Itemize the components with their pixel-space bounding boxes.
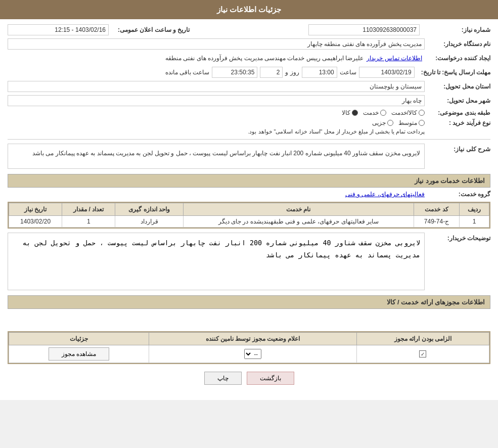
deadline-remaining: 23:50:35	[212, 67, 257, 78]
view-license-button[interactable]: مشاهده مجوز	[49, 347, 109, 361]
announce-date-value: 1403/02/16 - 12:15	[8, 24, 109, 35]
license-section-title: اطلاعات مجوزهای ارائه خدمت / کالا	[8, 295, 490, 309]
buyer-org-value: مدیریت پخش فرآورده های نفتی منطقه چابهار	[8, 38, 425, 50]
creator-row: اطلاعات تماس خریدار علیرضا ابراهیمی رییس…	[8, 53, 425, 64]
deadline-remaining-label: ساعت باقی مانده	[165, 69, 210, 76]
col-code: کد خدمت	[414, 203, 460, 216]
city-label: شهر محل تحویل:	[425, 97, 490, 104]
category-kala[interactable]: کالا	[342, 109, 358, 116]
service-group-value[interactable]: فعالیتهای حرفهای، علمی و فنی	[345, 191, 425, 198]
category-service[interactable]: خدمت	[363, 109, 386, 116]
category-kala-label: کالا	[342, 109, 350, 116]
buyer-desc-label: توضیحات خریدار:	[425, 233, 490, 242]
license-col-status: اعلام وضعیت مجوز توسط نامین کننده	[149, 332, 357, 345]
creator-value: علیرضا ابراهیمی رییس خدمات مهندسی مدیریت…	[165, 55, 364, 62]
deadline-date: 1403/02/19	[359, 67, 415, 78]
creator-label: ایجاد کننده درخواست:	[425, 55, 490, 62]
buttons-row: بازگشت چاپ	[8, 372, 490, 385]
process-medium-label: متوسط	[398, 119, 417, 126]
back-button[interactable]: بازگشت	[247, 372, 294, 385]
buyer-desc-textarea[interactable]	[8, 233, 425, 290]
services-table-row: 1 ج-74-749 سایر فعالیتهای حرفهای، علمی و…	[9, 216, 489, 228]
process-minor-label: جزیی	[372, 119, 386, 126]
col-unit: واحد اندازه گیری	[115, 203, 184, 216]
service-group-label: گروه خدمت:	[425, 191, 490, 198]
category-kala-radio	[352, 110, 358, 116]
cell-unit: قرارداد	[115, 216, 184, 228]
deadline-time: 13:00	[302, 67, 337, 78]
cell-name: سایر فعالیتهای حرفهای، علمی و فنی طبقهبن…	[183, 216, 414, 228]
services-section-title: اطلاعات خدمات مورد نیاز	[8, 174, 490, 188]
category-kala-service-radio	[419, 110, 425, 116]
creator-contact-link[interactable]: اطلاعات تماس خریدار	[367, 55, 422, 62]
cell-row: 1	[460, 216, 489, 228]
process-options: متوسط جزیی	[248, 119, 425, 126]
province-label: استان محل تحویل:	[425, 83, 490, 90]
category-service-radio	[380, 110, 386, 116]
process-label: نوع فرآیند خرید :	[425, 119, 490, 126]
col-row: ردیف	[460, 203, 489, 216]
deadline-time-label: ساعت	[340, 69, 356, 76]
city-value: چاه بهار	[8, 95, 425, 106]
col-qty: تعداد / مقدار	[62, 203, 115, 216]
category-kala-service-label: کالا/خدمت	[391, 109, 417, 116]
cell-code: ج-74-749	[414, 216, 460, 228]
cell-qty: 1	[62, 216, 115, 228]
deadline-days: 2	[260, 67, 283, 78]
license-col-details: جزئیات	[9, 332, 149, 345]
province-value: سیستان و بلوچستان	[8, 81, 425, 92]
need-number-label: شماره نیاز:	[425, 26, 490, 33]
need-desc-label: شرح کلی نیاز:	[425, 144, 490, 153]
process-medium[interactable]: متوسط	[398, 119, 425, 126]
process-minor-radio	[387, 120, 393, 126]
services-table-wrapper: ردیف کد خدمت نام خدمت واحد اندازه گیری ت…	[8, 202, 490, 229]
license-required-cell	[356, 345, 489, 363]
deadline-days-label: روز و	[285, 69, 299, 76]
announce-date-label: تاریخ و ساعت اعلان عمومی:	[114, 26, 190, 33]
need-desc-text: لایروبی مخزن سقف شناور 40 میلیونی شماره …	[8, 144, 425, 169]
page-title: جزئیات اطلاعات نیاز	[0, 0, 498, 19]
need-number-value: 1103092638000037	[308, 24, 420, 35]
process-note: پرداخت تمام یا بخشی از مبلغ خریدار از مح…	[248, 128, 425, 135]
col-name: نام خدمت	[183, 203, 414, 216]
category-service-label: خدمت	[363, 109, 379, 116]
cell-date: 1403/02/20	[9, 216, 62, 228]
col-date: تاریخ نیاز	[9, 203, 62, 216]
category-label: طبقه بندی موضوعی:	[425, 109, 490, 116]
category-kala-service[interactable]: کالا/خدمت	[391, 109, 425, 116]
license-status-cell: --	[149, 345, 357, 363]
license-table-wrapper: الزامی بودن ارائه مجوز اعلام وضعیت مجوز …	[8, 331, 490, 364]
license-row: -- مشاهده مجوز	[9, 345, 489, 363]
license-table: الزامی بودن ارائه مجوز اعلام وضعیت مجوز …	[9, 332, 489, 363]
category-options: کالا/خدمت خدمت کالا	[342, 109, 425, 116]
license-status-select[interactable]: --	[244, 349, 261, 359]
license-col-required: الزامی بودن ارائه مجوز	[356, 332, 489, 345]
buyer-org-label: نام دستگاه خریدار:	[425, 40, 490, 48]
print-button[interactable]: چاپ	[204, 372, 242, 385]
services-table: ردیف کد خدمت نام خدمت واحد اندازه گیری ت…	[9, 203, 489, 228]
process-minor[interactable]: جزیی	[372, 119, 393, 126]
license-details-cell: مشاهده مجوز	[9, 345, 149, 363]
license-required-checkbox[interactable]	[419, 350, 426, 357]
deadline-label: مهلت ارسال پاسخ: تا تاریخ:	[417, 69, 490, 76]
process-medium-radio	[419, 120, 425, 126]
